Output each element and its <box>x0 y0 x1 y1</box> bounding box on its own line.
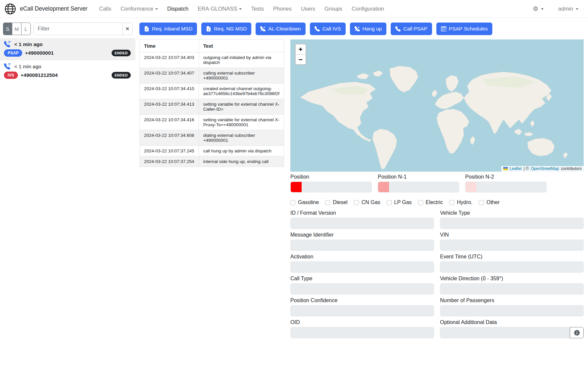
fuel-type-label: Hydro. <box>457 199 472 205</box>
fuel-type-label: LP Gas <box>394 199 412 205</box>
al-cleardown-button[interactable]: AL-Cleardown <box>256 23 305 35</box>
dispatch-toolbar: Req. inband MSD Req. NG MSD AL-Cleardown… <box>139 23 584 35</box>
form-field-label: Vehicle Direction (0 - 359°) <box>440 274 584 283</box>
outgoing-call-icon <box>4 41 10 47</box>
log-time: 2024-03-22 10:07:34.403 <box>140 52 199 68</box>
form-field: Number of Passengers <box>440 296 584 316</box>
navbar: eCall Development Server Calls Conforman… <box>0 0 588 18</box>
fuel-type-label: CN Gas <box>362 199 380 205</box>
position-color-swatch <box>466 182 476 192</box>
psap-schedules-button[interactable]: PSAP Schedules <box>436 23 493 35</box>
column-header-time: Time <box>140 40 199 52</box>
call-type-badge: PSAP <box>4 49 22 57</box>
fuel-type-checkbox[interactable] <box>354 200 359 205</box>
form-field-label: Activation <box>290 252 434 261</box>
fuel-type-label: Other <box>486 199 500 205</box>
fuel-type-label: Electric <box>426 199 443 205</box>
form-field-input <box>290 283 434 295</box>
size-small-button[interactable]: S <box>3 23 12 35</box>
caret-down-icon <box>155 8 158 10</box>
nav-item-groups[interactable]: Groups <box>321 3 346 15</box>
form-field-input <box>290 261 434 273</box>
log-text: setting variable for external channel X-… <box>199 99 284 115</box>
log-table-row: 2024-03-22 10:07:37.245 call hung up by … <box>140 146 284 156</box>
size-medium-button[interactable]: M <box>12 23 22 35</box>
position-value-bar <box>465 182 547 192</box>
zoom-in-button[interactable]: + <box>296 44 306 54</box>
log-table-row: 2024-03-22 10:07:37.254 internal side hu… <box>140 156 284 167</box>
nav-item-conformance[interactable]: Conformance <box>117 3 162 15</box>
form-field: ID / Format Version <box>290 209 434 229</box>
world-map-graphic <box>290 39 584 172</box>
fuel-type-checkbox[interactable] <box>387 200 392 205</box>
req-inband-msd-button[interactable]: Req. inband MSD <box>139 23 197 35</box>
form-field-input <box>440 218 584 229</box>
openstreetmap-link[interactable]: OpenStreetMap <box>531 166 559 171</box>
position-value-bar <box>290 182 372 192</box>
column-header-text: Text <box>199 40 284 52</box>
form-field-label: Event Time (UTC) <box>440 252 584 261</box>
map-zoom-control: + − <box>295 44 306 65</box>
fuel-type-option: Electric <box>418 199 443 205</box>
form-field: VIN <box>440 231 584 251</box>
leaflet-map[interactable]: + − Leaflet | © OpenStreetMap contributo… <box>290 39 584 172</box>
position-indicator: Position <box>290 174 372 192</box>
call-ivs-button[interactable]: Call IVS <box>310 23 346 35</box>
nav-item-tests[interactable]: Tests <box>247 3 268 15</box>
fuel-type-checkbox[interactable] <box>325 200 330 205</box>
clear-filter-button[interactable]: ✕ <box>123 23 132 35</box>
log-table-row: 2024-03-22 10:07:34.413 setting variable… <box>140 99 284 115</box>
gear-icon: ⚙ <box>533 6 538 12</box>
nav-item-configuration[interactable]: Configuration <box>348 3 388 15</box>
phone-icon <box>315 26 320 31</box>
additional-data-info-button[interactable] <box>570 327 584 338</box>
form-field-label: OID <box>290 318 434 327</box>
position-label: Position <box>290 174 372 180</box>
log-text: dialing external subscriber +490000001 <box>199 130 284 146</box>
form-field-input <box>440 261 584 273</box>
form-field: Call Type <box>290 274 434 295</box>
call-psap-button[interactable]: Call PSAP <box>391 23 432 35</box>
call-age: < 1 min ago <box>14 41 43 47</box>
form-field-label: Number of Passengers <box>440 296 584 305</box>
leaflet-link[interactable]: Leaflet <box>510 166 521 171</box>
nav-item-dispatch[interactable]: Dispatch <box>164 3 192 15</box>
fuel-type-checkbox[interactable] <box>418 200 423 205</box>
caret-down-icon <box>576 8 578 10</box>
list-size-button-group: S M L <box>3 23 31 35</box>
fuel-type-checkbox[interactable] <box>290 200 295 205</box>
app-title: eCall Development Server <box>20 5 87 12</box>
fuel-type-option: Other <box>479 199 500 205</box>
caret-down-icon <box>239 8 242 10</box>
nav-item-calls[interactable]: Calls <box>95 3 115 15</box>
msd-form: ID / Format Version Message Identifier A… <box>290 207 584 338</box>
form-field-label: Vehicle Type <box>440 209 584 218</box>
settings-dropdown[interactable]: ⚙ <box>529 3 547 15</box>
close-icon: ✕ <box>125 26 130 31</box>
caret-down-icon <box>541 8 544 10</box>
nav-item-phones[interactable]: Phones <box>270 3 295 15</box>
log-time: 2024-03-22 10:07:34.608 <box>140 130 199 146</box>
zoom-out-button[interactable]: − <box>296 54 306 64</box>
call-list-item[interactable]: < 1 min ago PSAP +490000001 ENDED <box>0 38 135 60</box>
fuel-type-checkbox[interactable] <box>479 200 484 205</box>
form-field-label: Optional Additional Data <box>440 318 584 327</box>
user-menu-dropdown[interactable]: admin <box>555 3 582 15</box>
form-field-label: VIN <box>440 231 584 240</box>
req-ng-msd-button[interactable]: Req. NG MSD <box>201 23 251 35</box>
ukraine-flag-icon <box>503 167 508 170</box>
hang-up-button[interactable]: Hang up <box>350 23 387 35</box>
filter-input[interactable] <box>33 23 123 35</box>
log-text: internal side hung up, ending call <box>199 156 284 167</box>
fuel-type-option: CN Gas <box>354 199 380 205</box>
call-list-item[interactable]: < 1 min ago IVS +490081212504 ENDED <box>0 60 135 82</box>
form-field: Position Confidence <box>290 296 434 316</box>
log-time: 2024-03-22 10:07:37.254 <box>140 156 199 167</box>
nav-item-users[interactable]: Users <box>297 3 319 15</box>
nav-item-era-glonass[interactable]: ERA-GLONASS <box>194 3 245 15</box>
fuel-type-checkbox[interactable] <box>449 200 454 205</box>
call-type-badge: IVS <box>4 72 18 79</box>
size-large-button[interactable]: L <box>22 23 31 35</box>
fuel-type-label: Gasoline <box>298 199 319 205</box>
file-download-icon <box>206 26 211 31</box>
